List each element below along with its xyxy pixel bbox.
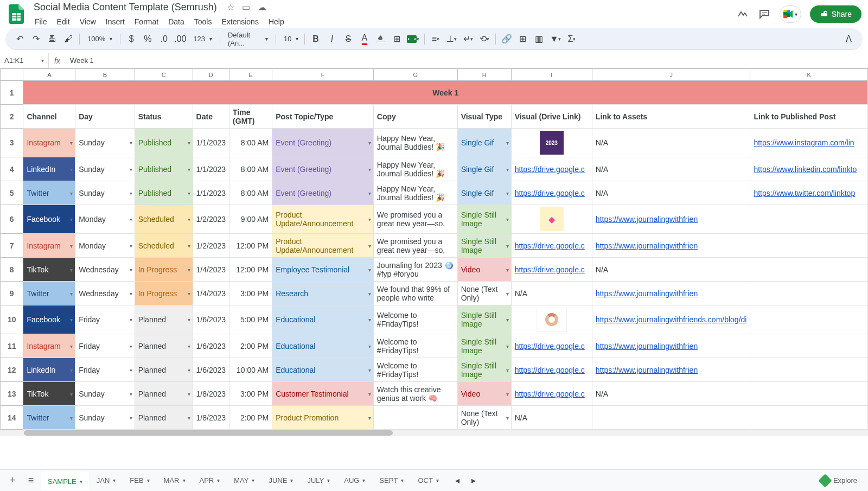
currency-icon[interactable]: $ (124, 31, 139, 47)
cell-topic[interactable]: Event (Greeting) (272, 157, 374, 181)
cell-date[interactable]: 1/8/2023 (193, 382, 229, 406)
cell-assets[interactable]: https://www.journalingwithfrien (592, 358, 750, 382)
select-all-corner[interactable] (1, 69, 23, 81)
sheet-tab-apr[interactable]: APR ▾ (193, 471, 227, 490)
filter-icon[interactable]: ▼▾ (548, 31, 563, 47)
col-header-B[interactable]: B (75, 69, 135, 81)
col-header-H[interactable]: H (457, 69, 511, 81)
cell-copy[interactable]: We found that 99% of people who write (373, 282, 457, 305)
cell-channel[interactable]: LinkedIn (23, 157, 75, 181)
col-header-F[interactable]: F (272, 69, 374, 81)
cell-visual[interactable]: https://drive.google.c (511, 334, 592, 358)
cell-status[interactable]: Planned (135, 406, 193, 430)
cell-visual[interactable]: 2023 (511, 129, 592, 157)
cell-visual[interactable]: https://drive.google.c (511, 258, 592, 282)
move-icon[interactable]: ▭ (242, 2, 250, 12)
sheet-tab-sept[interactable]: SEPT ▾ (373, 471, 410, 490)
name-box[interactable]: A1:K1 (0, 53, 49, 68)
font-size-select[interactable]: 10 (279, 33, 301, 45)
cell-visual[interactable]: https://drive.google.c (511, 382, 592, 406)
cell-copy[interactable]: We promised you a great new year—so, (373, 205, 457, 234)
cell-status[interactable]: Published (135, 157, 193, 181)
header-cell[interactable]: Visual (Drive Link) (511, 105, 592, 129)
menu-tools[interactable]: Tools (190, 15, 216, 28)
cell-day[interactable]: Monday (75, 205, 135, 234)
menu-extensions[interactable]: Extensions (217, 15, 263, 28)
row-header-7[interactable]: 7 (1, 234, 23, 258)
cell-day[interactable]: Friday (75, 334, 135, 358)
cell-day[interactable]: Wednesday (75, 282, 135, 305)
cell-topic[interactable]: Educational (272, 305, 374, 334)
doc-title[interactable]: Social Media Content Template (Semrush) (30, 1, 220, 14)
cell-published[interactable] (750, 282, 868, 305)
cell-channel[interactable]: Instagram (23, 234, 75, 258)
cell-topic[interactable]: Product Promotion (272, 406, 374, 430)
sheet-area[interactable]: ABCDEFGHIJK 1Week 12ChannelDayStatusDate… (0, 68, 868, 469)
cell-published[interactable]: https://www.instagram.com/lin (750, 129, 868, 157)
header-cell[interactable]: Time (GMT) (229, 105, 272, 129)
cell-visual-type[interactable]: Single Gif (457, 129, 511, 157)
menu-insert[interactable]: Insert (101, 15, 129, 28)
cell-published[interactable] (750, 234, 868, 258)
cell-topic[interactable]: Employee Testimonial (272, 258, 374, 282)
cell-topic[interactable]: Event (Greeting) (272, 129, 374, 157)
cell-published[interactable] (750, 334, 868, 358)
font-select[interactable]: Default (Ari... (224, 29, 272, 49)
row-header-9[interactable]: 9 (1, 282, 23, 305)
cell-time[interactable]: 9:00 AM (229, 205, 272, 234)
cell-topic[interactable]: Research (272, 282, 374, 305)
cell-status[interactable]: Planned (135, 358, 193, 382)
cell-assets[interactable]: https://www.journalingwithfrien (592, 334, 750, 358)
cell-topic[interactable]: Educational (272, 334, 374, 358)
cell-day[interactable]: Friday (75, 358, 135, 382)
cell-date[interactable]: 1/1/2023 (193, 129, 229, 157)
activity-icon[interactable] (736, 8, 749, 21)
wrap-icon[interactable]: ↵▾ (461, 31, 476, 47)
formula-input[interactable]: Week 1 (66, 56, 868, 65)
cell-time[interactable]: 10:00 AM (229, 358, 272, 382)
cell-visual[interactable]: N/A (511, 282, 592, 305)
borders-icon[interactable]: ⊞ (390, 31, 405, 47)
zoom-select[interactable]: 100% (83, 33, 117, 45)
cell-channel[interactable]: Facebook (23, 205, 75, 234)
comment-icon[interactable] (758, 8, 771, 21)
meet-icon[interactable]: ▾ (780, 5, 801, 23)
cell-assets[interactable]: https://www.journalingwithfrien (592, 234, 750, 258)
cell-visual-type[interactable]: None (Text Only) (457, 282, 511, 305)
col-header-I[interactable]: I (511, 69, 592, 81)
cell-channel[interactable]: Instagram (23, 334, 75, 358)
menu-view[interactable]: View (75, 15, 100, 28)
cell-day[interactable]: Sunday (75, 406, 135, 430)
cell-status[interactable]: Scheduled (135, 234, 193, 258)
explore-button[interactable]: Explore (814, 473, 864, 489)
cell-date[interactable]: 1/2/2023 (193, 234, 229, 258)
cell-time[interactable]: 8:00 AM (229, 157, 272, 181)
cell-copy[interactable]: Happy New Year, Journal Buddies! 🎉 (373, 157, 457, 181)
fill-color-icon[interactable] (373, 31, 388, 47)
menu-format[interactable]: Format (130, 15, 163, 28)
cell-date[interactable]: 1/1/2023 (193, 157, 229, 181)
cell-published[interactable] (750, 305, 868, 334)
cell-visual[interactable]: https://drive.google.c (511, 181, 592, 205)
sheet-tab-july[interactable]: JULY ▾ (301, 471, 336, 490)
header-cell[interactable]: Visual Type (457, 105, 511, 129)
cell-visual[interactable]: ◆ (511, 205, 592, 234)
cell-visual-type[interactable]: Video (457, 382, 511, 406)
cell-day[interactable]: Sunday (75, 129, 135, 157)
cell-date[interactable]: 1/8/2023 (193, 406, 229, 430)
cell-published[interactable] (750, 205, 868, 234)
header-cell[interactable]: Date (193, 105, 229, 129)
cell-status[interactable]: Planned (135, 382, 193, 406)
cell-copy[interactable]: Watch this creative genius at work 🧠 (373, 382, 457, 406)
row-header-14[interactable]: 14 (1, 406, 23, 430)
row-header-13[interactable]: 13 (1, 382, 23, 406)
sheet-tab-jan[interactable]: JAN ▾ (90, 471, 123, 490)
cell-time[interactable]: 12:00 PM (229, 234, 272, 258)
cell-visual-type[interactable]: Single Gif (457, 157, 511, 181)
cell-time[interactable]: 8:00 AM (229, 181, 272, 205)
cell-assets[interactable]: N/A (592, 382, 750, 406)
row-header-4[interactable]: 4 (1, 157, 23, 181)
cell-assets[interactable]: N/A (592, 181, 750, 205)
scroll-tabs-left-icon[interactable]: ◂ (450, 473, 465, 488)
row-header-3[interactable]: 3 (1, 129, 23, 157)
